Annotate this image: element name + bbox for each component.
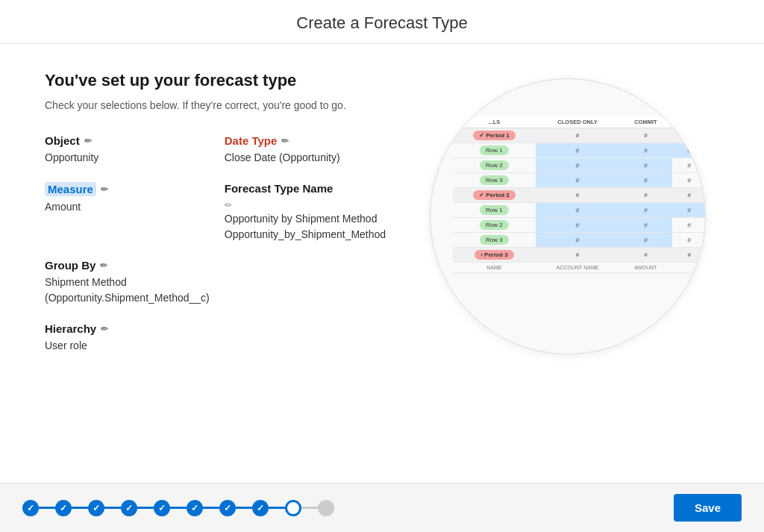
page-title: Create a Forecast Type xyxy=(0,13,764,33)
group-by-value: Shipment Method (Opportunity.Shipment_Me… xyxy=(45,275,210,306)
period-1-row: ✓ Period 1 # # # xyxy=(453,128,706,143)
period-1-label: ✓ Period 1 xyxy=(473,131,516,140)
measure-field-value: Amount xyxy=(45,199,210,215)
main-heading: You've set up your forecast type xyxy=(45,71,386,90)
col-als: ...LS xyxy=(453,116,536,128)
forecast-type-name-field: Forecast Type Name ✏ Opportunity by Ship… xyxy=(225,182,386,242)
bottom-columns-row: NAME ACCOUNT NAME AMOUNT xyxy=(453,263,706,273)
step-2 xyxy=(55,500,72,516)
object-edit-icon[interactable]: ✏ xyxy=(84,136,92,146)
forecast-type-name-edit-icon[interactable]: ✏ xyxy=(225,200,232,210)
step-line-9 xyxy=(301,507,318,509)
hierarchy-value: User role xyxy=(45,338,210,354)
spacer-field xyxy=(225,259,386,306)
object-field-label: Object ✏ xyxy=(45,134,210,147)
step-9 xyxy=(285,500,301,516)
step-line-6 xyxy=(203,507,219,509)
hierarchy-label: Hierarchy ✏ xyxy=(45,322,210,335)
step-line-7 xyxy=(236,507,252,509)
period-3-row: › Period 3 # # # xyxy=(453,248,706,263)
step-line-3 xyxy=(104,507,121,509)
date-type-field-value: Close Date (Opportunity) xyxy=(225,150,386,166)
step-4 xyxy=(121,500,137,516)
preview-table: ...LS CLOSED ONLY COMMIT BES... ✓ Period… xyxy=(453,116,706,273)
forecast-type-name-label: Forecast Type Name xyxy=(225,182,386,195)
period-2-label: ✓ Period 2 xyxy=(473,190,516,200)
preview-table-wrapper: ...LS CLOSED ONLY COMMIT BES... ✓ Period… xyxy=(453,116,706,273)
measure-edit-icon[interactable]: ✏ xyxy=(101,184,108,195)
col-closed-only: CLOSED ONLY xyxy=(536,116,619,128)
col-commit: COMMIT xyxy=(619,116,672,128)
step-line-5 xyxy=(170,507,187,509)
date-type-edit-icon[interactable]: ✏ xyxy=(281,136,289,146)
main-subtitle: Check your selections below. If they're … xyxy=(45,98,386,113)
step-1 xyxy=(22,500,39,516)
measure-field: Measure ✏ Amount xyxy=(45,182,210,242)
date-type-field-label: Date Type ✏ xyxy=(225,134,386,147)
fields-grid: Object ✏ Opportunity Date Type ✏ Close D… xyxy=(45,134,386,370)
period-2-row: ✓ Period 2 # # # xyxy=(453,188,706,203)
object-field: Object ✏ Opportunity xyxy=(45,134,210,166)
step-5 xyxy=(154,500,170,516)
table-row: Row 2 # # # xyxy=(453,158,706,173)
hierarchy-edit-icon[interactable]: ✏ xyxy=(101,324,108,334)
object-field-value: Opportunity xyxy=(45,150,210,166)
group-by-label: Group By ✏ xyxy=(45,259,210,272)
group-by-field: Group By ✏ Shipment Method (Opportunity.… xyxy=(45,259,210,306)
step-6 xyxy=(187,500,203,516)
table-row: Row 1 # # # xyxy=(453,143,706,158)
date-type-field: Date Type ✏ Close Date (Opportunity) xyxy=(225,134,386,166)
footer: Save xyxy=(0,483,764,532)
stepper xyxy=(22,500,334,516)
step-line-8 xyxy=(269,507,285,509)
group-by-edit-icon[interactable]: ✏ xyxy=(100,260,107,271)
period-3-label: › Period 3 xyxy=(475,250,513,260)
main-content: You've set up your forecast type Check y… xyxy=(0,44,764,483)
step-line-2 xyxy=(72,507,88,509)
forecast-type-name-value: Opportunity by Shipment Method Opportuni… xyxy=(225,211,386,242)
step-7 xyxy=(219,500,236,516)
step-line-1 xyxy=(39,507,55,509)
preview-circle: ...LS CLOSED ONLY COMMIT BES... ✓ Period… xyxy=(430,78,706,354)
step-line-4 xyxy=(137,507,154,509)
left-panel: You've set up your forecast type Check y… xyxy=(45,71,386,468)
step-10 xyxy=(318,500,334,516)
table-row: Row 3 # # # xyxy=(453,233,706,248)
table-row: Row 3 # # # xyxy=(453,173,706,188)
hierarchy-field: Hierarchy ✏ User role xyxy=(45,322,210,354)
table-row: Row 2 # # # xyxy=(453,218,706,233)
right-panel: ...LS CLOSED ONLY COMMIT BES... ✓ Period… xyxy=(408,71,727,468)
col-best: BES... xyxy=(672,116,706,128)
page-header: Create a Forecast Type xyxy=(0,0,764,44)
step-3 xyxy=(88,500,104,516)
step-8 xyxy=(252,500,269,516)
table-row: Row 1 # # # xyxy=(453,203,706,218)
save-button[interactable]: Save xyxy=(674,494,742,522)
measure-field-label: Measure ✏ xyxy=(45,182,210,196)
